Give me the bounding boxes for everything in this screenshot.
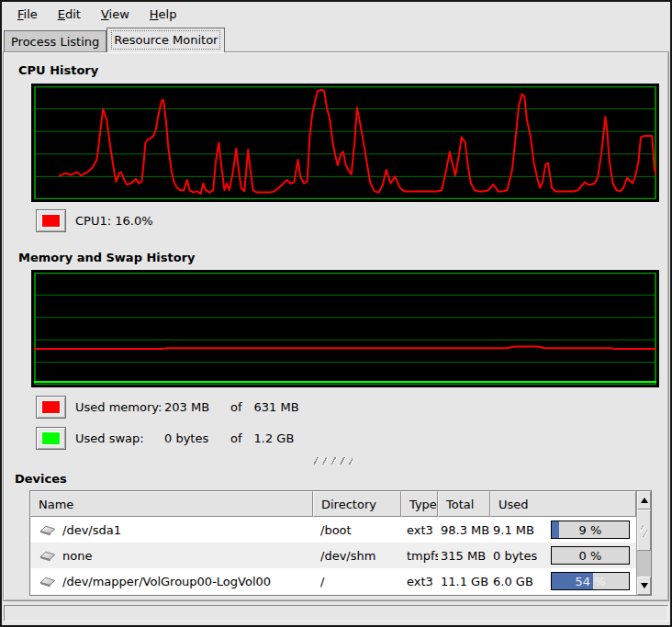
used-percent-label: 9 %: [552, 521, 629, 538]
used-swap-color-swatch-button[interactable]: [36, 427, 66, 450]
devices-scrollbar[interactable]: [636, 491, 651, 595]
tab-resource-monitor[interactable]: Resource Monitor: [106, 28, 225, 52]
device-name-cell: none: [30, 549, 313, 563]
statusbar: [4, 605, 668, 621]
cpu-color-swatch-button[interactable]: [36, 209, 66, 232]
used-percent-bar: 0 %: [551, 546, 630, 565]
device-type: ext3: [401, 575, 438, 588]
used-swap-color-swatch: [42, 432, 60, 444]
tab-process-listing[interactable]: Process Listing: [4, 30, 106, 51]
cpu-history-title: CPU History: [18, 63, 659, 78]
device-row[interactable]: /dev/mapper/VolGroup00-LogVol00/ext311.1…: [30, 568, 636, 594]
down-arrow-icon: [641, 583, 648, 588]
scroll-down-button[interactable]: [637, 577, 651, 595]
used-swap-of: of: [230, 431, 242, 445]
device-total: 98.3 MB: [438, 523, 490, 537]
device-type: tmpfs: [401, 549, 438, 563]
cpu-legend: CPU1: 16.0%: [36, 209, 659, 232]
device-row[interactable]: none/dev/shmtmpfs315 MB0 bytes0 %: [30, 543, 636, 568]
up-arrow-icon: [641, 498, 648, 503]
used-memory-color-swatch-button[interactable]: [36, 396, 66, 419]
devices-table: NameDirectoryTypeTotalUsed /dev/sda1/boo…: [29, 490, 652, 596]
legend-row-used-memory: Used memory:203 MBof631 MB: [36, 396, 659, 419]
device-used: 6.0 GB: [490, 575, 542, 588]
cpu-history-chart: [31, 84, 659, 202]
device-used-cell: 6.0 GB54 %: [490, 572, 636, 590]
devices-table-header: NameDirectoryTypeTotalUsed: [30, 491, 636, 517]
device-total: 315 MB: [438, 549, 490, 563]
scrollbar-track[interactable]: [637, 509, 651, 577]
used-swap-value: 0 bytes: [164, 431, 230, 445]
devices-table-body: /dev/sda1/bootext398.3 MB9.1 MB9 %none/d…: [30, 517, 636, 594]
memory-history-title: Memory and Swap History: [18, 251, 659, 265]
used-percent-label: 54 %: [552, 573, 629, 589]
used-memory-value: 203 MB: [164, 400, 230, 414]
cpu-color-swatch: [42, 215, 60, 227]
used-swap-total: 1.2 GB: [254, 431, 295, 445]
device-type: ext3: [401, 523, 438, 537]
device-directory: /dev/shm: [313, 549, 401, 563]
thumb-grip-icon: [641, 525, 647, 537]
device-name-cell: /dev/mapper/VolGroup00-LogVol00: [30, 575, 313, 588]
devices-title: Devices: [15, 472, 659, 487]
disk-icon: [39, 576, 56, 588]
system-monitor-window: FileEditViewHelp Process ListingResource…: [0, 0, 672, 627]
device-name: none: [62, 549, 92, 563]
menubar: FileEditViewHelp: [2, 2, 670, 26]
used-percent-label: 0 %: [552, 547, 629, 564]
device-directory: /: [313, 575, 401, 588]
menu-edit[interactable]: Edit: [48, 4, 91, 25]
device-used-cell: 9.1 MB9 %: [490, 521, 636, 539]
used-memory-color-swatch: [42, 401, 60, 413]
device-used: 9.1 MB: [490, 523, 542, 537]
menu-file[interactable]: File: [7, 4, 48, 25]
memory-legend: Used memory:203 MBof631 MBUsed swap:0 by…: [7, 396, 659, 450]
cpu-legend-label: CPU1: 16.0%: [75, 214, 153, 228]
device-name-cell: /dev/sda1: [30, 523, 313, 537]
disk-icon: [39, 524, 56, 536]
column-header-directory[interactable]: Directory: [313, 491, 401, 517]
column-header-used[interactable]: Used: [490, 491, 636, 517]
resource-monitor-page: CPU History CPU1: 16.0% Memory and Swap …: [3, 51, 669, 601]
pane-resize-grip[interactable]: [314, 457, 353, 465]
disk-icon: [39, 550, 56, 562]
used-percent-bar: 9 %: [551, 521, 630, 539]
device-name: /dev/mapper/VolGroup00-LogVol00: [62, 575, 271, 588]
device-row[interactable]: /dev/sda1/bootext398.3 MB9.1 MB9 %: [30, 517, 636, 543]
device-used: 0 bytes: [490, 549, 542, 563]
tab-label: Process Listing: [11, 35, 99, 49]
column-header-type[interactable]: Type: [401, 491, 438, 517]
device-total: 11.1 GB: [438, 575, 490, 588]
devices-tree: NameDirectoryTypeTotalUsed /dev/sda1/boo…: [30, 491, 636, 595]
used-swap-label: Used swap:: [75, 431, 164, 445]
used-memory-label: Used memory:: [75, 400, 164, 414]
device-name: /dev/sda1: [62, 523, 121, 537]
legend-row-used-swap: Used swap:0 bytesof1.2 GB: [36, 427, 659, 450]
memory-swap-history-chart: [31, 270, 659, 387]
column-header-total[interactable]: Total: [438, 491, 490, 517]
scrollbar-thumb[interactable]: [637, 509, 651, 551]
tab-strip: Process ListingResource Monitor: [2, 26, 670, 51]
column-header-name[interactable]: Name: [30, 491, 313, 517]
used-memory-total: 631 MB: [254, 400, 299, 414]
menu-view[interactable]: View: [91, 4, 140, 25]
scroll-up-button[interactable]: [637, 491, 651, 509]
used-memory-of: of: [230, 400, 242, 414]
used-percent-bar: 54 %: [551, 572, 630, 590]
device-used-cell: 0 bytes0 %: [490, 546, 636, 565]
tab-label: Resource Monitor: [114, 33, 218, 47]
device-directory: /boot: [313, 523, 401, 537]
menu-help[interactable]: Help: [140, 4, 187, 25]
